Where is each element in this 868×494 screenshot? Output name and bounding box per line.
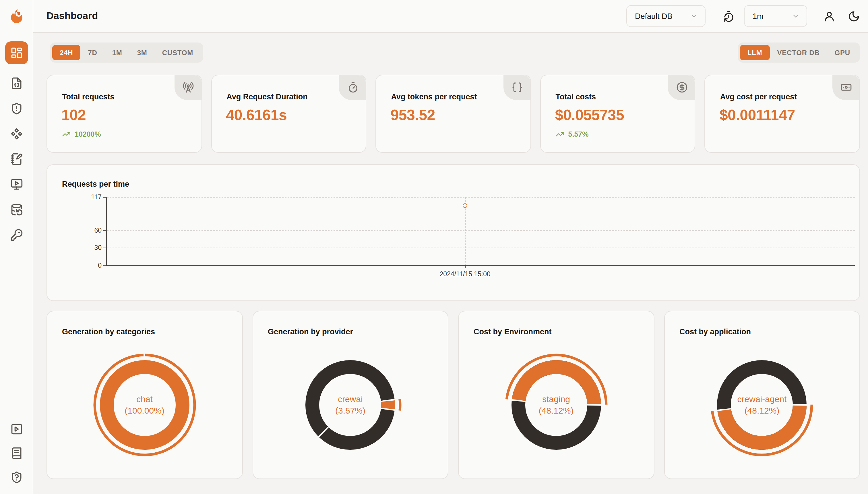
app-logo[interactable] <box>0 0 33 33</box>
donut-chart[interactable]: crewai (3.57%) <box>298 352 403 458</box>
chart-title: Requests per time <box>62 180 129 188</box>
dashboard-app: Dashboard Default DB 1m <box>0 0 868 494</box>
tab-vector-db[interactable]: VECTOR DB <box>770 45 827 60</box>
x-tick-label: 2024/11/15 15:00 <box>440 270 491 278</box>
sidebar-item-docs[interactable] <box>10 447 23 459</box>
filter-row: 24H 7D 1M 3M CUSTOM LLM VECTOR DB GPU <box>50 42 860 63</box>
donut-chart[interactable]: staging (48.12%) <box>504 352 609 458</box>
trending-up-icon <box>62 130 71 138</box>
donuts-row: Generation by categories chat (100.00%) <box>46 311 860 479</box>
donut-chart[interactable]: chat (100.00%) <box>92 352 197 458</box>
sidebar-item-evaluations[interactable] <box>10 153 23 166</box>
tab-3m[interactable]: 3M <box>130 45 155 60</box>
stat-value: 953.52 <box>376 101 530 124</box>
donut-center-label: chat (100.00%) <box>92 352 197 458</box>
db-select-value: Default DB <box>635 12 672 20</box>
y-tick <box>103 197 106 197</box>
tab-24h[interactable]: 24H <box>52 45 80 60</box>
donut-label-name: crewai <box>338 394 363 405</box>
donut-title: Cost by Environment <box>474 327 552 336</box>
tab-llm[interactable]: LLM <box>740 45 770 60</box>
stat-badge <box>668 75 695 100</box>
braces-icon <box>512 81 523 93</box>
y-tick-label: 60 <box>94 227 102 234</box>
stat-value: 102 <box>47 101 201 124</box>
gridline <box>107 248 855 248</box>
donut-center-label: crewai (3.57%) <box>298 352 403 458</box>
sidebar-nav <box>5 41 28 241</box>
stat-trend: 10200% <box>47 124 201 138</box>
notebook-pen-icon <box>10 153 23 166</box>
donut-label-pct: (48.12%) <box>539 405 574 417</box>
stat-badge <box>339 75 366 100</box>
interval-select[interactable]: 1m <box>744 5 807 27</box>
sidebar-item-exceptions[interactable] <box>10 102 23 115</box>
sidebar-item-requests[interactable] <box>10 77 23 90</box>
stat-trend: 5.57% <box>541 124 695 138</box>
tab-gpu[interactable]: GPU <box>827 45 858 60</box>
component-icon <box>10 128 23 140</box>
donut-label-pct: (48.12%) <box>745 405 780 417</box>
shield-question-icon <box>10 471 23 484</box>
sidebar-item-demo-video[interactable] <box>10 423 23 435</box>
donut-center-label: staging (48.12%) <box>504 352 609 458</box>
stat-badge <box>832 75 860 100</box>
stat-card-avg-duration: Avg Request Duration 40.6161s <box>211 75 366 153</box>
db-select[interactable]: Default DB <box>626 5 706 27</box>
chevron-down-icon <box>690 12 698 20</box>
sidebar-item-playground[interactable] <box>10 178 23 191</box>
profile-button[interactable] <box>823 10 835 22</box>
y-tick <box>103 265 106 266</box>
tab-custom[interactable]: CUSTOM <box>155 45 201 60</box>
user-icon <box>823 10 835 22</box>
donut-center-label: crewai-agent (48.12%) <box>709 352 815 458</box>
donut-chart[interactable]: crewai-agent (48.12%) <box>709 352 815 458</box>
stat-card-total-costs: Total costs $0.055735 5.57% <box>540 75 695 153</box>
tab-1m[interactable]: 1M <box>105 45 130 60</box>
y-tick-label: 0 <box>98 262 102 269</box>
data-point <box>463 204 467 208</box>
main-content: 24H 7D 1M 3M CUSTOM LLM VECTOR DB GPU <box>33 33 868 494</box>
book-text-icon <box>10 447 23 459</box>
stat-badge <box>174 75 201 100</box>
y-axis <box>106 197 107 265</box>
time-range-tabs: 24H 7D 1M 3M CUSTOM <box>50 42 203 63</box>
y-tick-label: 30 <box>94 244 102 251</box>
donut-card-cost-by-application: Cost by application crewai-agent (48.12%… <box>664 311 860 479</box>
topbar-controls: Default DB 1m <box>626 5 860 27</box>
sidebar-item-support[interactable] <box>10 471 23 484</box>
sidebar-item-dashboard[interactable] <box>5 41 28 64</box>
refresh-interval-button[interactable] <box>723 10 735 22</box>
tab-7d[interactable]: 7D <box>80 45 104 60</box>
mode-tabs: LLM VECTOR DB GPU <box>738 42 860 63</box>
moon-icon <box>848 10 860 22</box>
stat-value: $0.055735 <box>541 101 695 124</box>
timer-reset-icon <box>723 10 735 22</box>
stat-badge <box>504 75 530 100</box>
database-backup-icon <box>10 203 23 216</box>
donut-card-generation-by-provider: Generation by provider crewai (3.57%) <box>252 311 448 479</box>
page-title: Dashboard <box>46 10 98 22</box>
donut-title: Generation by categories <box>62 327 155 336</box>
sidebar-item-database[interactable] <box>10 203 23 216</box>
sidebar-item-prompts[interactable] <box>10 128 23 140</box>
sidebar-item-api-keys[interactable] <box>10 229 23 241</box>
time-plot-area[interactable]: 030601172024/11/15 15:00 <box>107 197 855 265</box>
donut-title: Generation by provider <box>268 327 353 336</box>
chevron-down-icon <box>792 12 800 20</box>
y-tick-label: 117 <box>91 194 102 201</box>
dark-mode-toggle[interactable] <box>848 10 860 22</box>
donut-label-name: chat <box>136 394 153 405</box>
donut-label-pct: (100.00%) <box>124 405 164 417</box>
stat-trend-value: 5.57% <box>568 130 589 138</box>
donut-card-cost-by-environment: Cost by Environment staging (48.12%) <box>458 311 654 479</box>
x-tick <box>465 266 466 268</box>
stat-card-avg-cost: Avg cost per request $0.0011147 <box>705 75 860 153</box>
y-tick <box>103 230 106 231</box>
file-json-icon <box>10 77 23 90</box>
circle-dollar-icon <box>676 81 688 93</box>
banknote-icon <box>841 81 852 93</box>
x-axis <box>106 265 855 266</box>
topbar: Dashboard Default DB 1m <box>33 0 868 33</box>
stat-value: 40.6161s <box>212 101 366 124</box>
